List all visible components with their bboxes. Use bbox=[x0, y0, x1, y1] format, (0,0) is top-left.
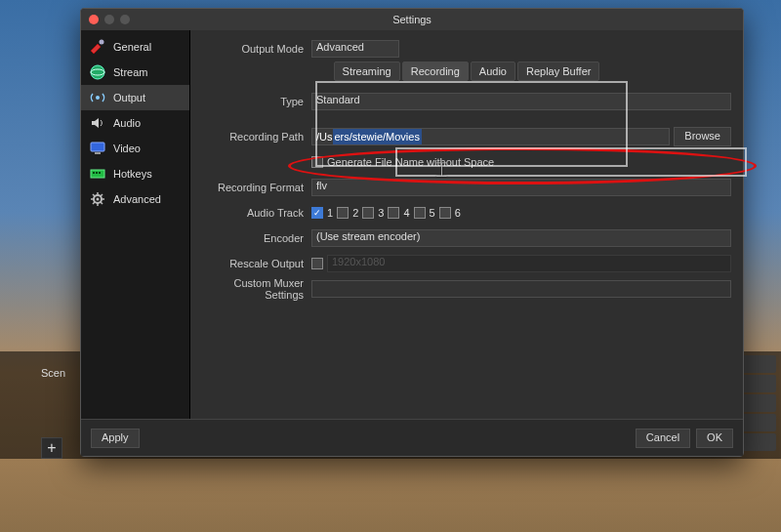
audio-track-2-checkbox[interactable] bbox=[337, 207, 349, 219]
audio-track-4-checkbox[interactable] bbox=[388, 207, 399, 219]
rescale-input: 1920x1080 bbox=[327, 255, 731, 272]
sidebar-item-label: General bbox=[113, 41, 151, 53]
settings-content: Output Mode Advanced Streaming Recording… bbox=[190, 30, 743, 419]
settings-footer: Apply Cancel OK bbox=[81, 419, 743, 456]
apply-button[interactable]: Apply bbox=[91, 429, 140, 448]
svg-rect-7 bbox=[93, 172, 95, 174]
tab-audio[interactable]: Audio bbox=[471, 61, 515, 81]
recording-path-label: Recording Path bbox=[202, 131, 311, 143]
audio-track-num: 6 bbox=[455, 207, 461, 219]
audio-track-num: 4 bbox=[403, 207, 409, 219]
tab-streaming[interactable]: Streaming bbox=[334, 61, 400, 81]
recording-format-select[interactable]: flv bbox=[311, 179, 731, 196]
gear-icon bbox=[89, 190, 106, 208]
muxer-label: Custom Muxer Settings bbox=[202, 277, 311, 301]
rescale-checkbox[interactable] bbox=[311, 258, 323, 269]
sidebar-item-advanced[interactable]: Advanced bbox=[81, 186, 189, 212]
recording-path-input[interactable]: /Us ers/stewie/Movies bbox=[311, 128, 670, 145]
sidebar-item-label: Stream bbox=[113, 66, 147, 78]
gen-filename-label: Generate File Name without Space bbox=[327, 156, 494, 168]
broadcast-icon bbox=[89, 89, 106, 106]
browse-button[interactable]: Browse bbox=[674, 127, 731, 146]
svg-point-0 bbox=[100, 40, 104, 45]
sidebar-item-label: Hotkeys bbox=[113, 168, 152, 180]
svg-rect-9 bbox=[99, 172, 101, 174]
settings-sidebar: General Stream Output Audio bbox=[81, 30, 190, 419]
svg-rect-5 bbox=[95, 152, 101, 154]
sidebar-item-output[interactable]: Output bbox=[81, 85, 189, 110]
audio-track-6-checkbox[interactable] bbox=[439, 207, 451, 219]
window-title: Settings bbox=[81, 14, 743, 25]
audio-track-num: 1 bbox=[327, 207, 333, 219]
svg-point-3 bbox=[96, 96, 100, 100]
audio-track-num: 3 bbox=[378, 207, 384, 219]
muxer-input[interactable] bbox=[311, 280, 731, 298]
encoder-label: Encoder bbox=[202, 232, 311, 244]
audio-track-num: 5 bbox=[430, 207, 435, 219]
globe-icon bbox=[89, 63, 106, 81]
sidebar-item-audio[interactable]: Audio bbox=[81, 110, 189, 136]
svg-point-11 bbox=[97, 198, 100, 201]
type-label: Type bbox=[202, 96, 311, 107]
sidebar-item-label: Audio bbox=[113, 117, 141, 129]
tab-replay-buffer[interactable]: Replay Buffer bbox=[517, 61, 599, 81]
rescale-label: Rescale Output bbox=[202, 258, 311, 269]
audio-track-5-checkbox[interactable] bbox=[414, 207, 426, 219]
output-mode-label: Output Mode bbox=[202, 43, 311, 55]
add-scene-button[interactable]: + bbox=[41, 437, 62, 459]
audio-track-3-checkbox[interactable] bbox=[362, 207, 374, 219]
svg-rect-4 bbox=[91, 143, 104, 151]
sidebar-item-label: Advanced bbox=[113, 193, 161, 205]
gen-filename-checkbox[interactable] bbox=[311, 156, 323, 168]
sidebar-item-video[interactable]: Video bbox=[81, 136, 189, 161]
audio-track-1-checkbox[interactable]: ✓ bbox=[311, 207, 323, 219]
encoder-select[interactable]: (Use stream encoder) bbox=[311, 229, 731, 247]
wrench-icon bbox=[89, 38, 106, 56]
recording-path-selection: ers/stewie/Movies bbox=[333, 129, 422, 144]
titlebar: Settings bbox=[81, 9, 743, 30]
speaker-icon bbox=[89, 114, 106, 132]
svg-point-1 bbox=[91, 65, 104, 79]
sidebar-item-general[interactable]: General bbox=[81, 34, 189, 60]
ok-button[interactable]: OK bbox=[696, 429, 733, 448]
output-mode-select[interactable]: Advanced bbox=[311, 40, 399, 58]
sidebar-item-label: Video bbox=[113, 143, 141, 154]
keyboard-icon bbox=[89, 165, 106, 183]
recording-format-label: Recording Format bbox=[202, 182, 311, 193]
monitor-icon bbox=[89, 140, 106, 157]
sidebar-item-hotkeys[interactable]: Hotkeys bbox=[81, 161, 189, 186]
sidebar-item-label: Output bbox=[113, 92, 145, 103]
scenes-label: Scen bbox=[41, 367, 65, 379]
svg-rect-8 bbox=[96, 172, 98, 174]
recording-path-prefix: /Us bbox=[312, 129, 333, 144]
cancel-button[interactable]: Cancel bbox=[636, 429, 690, 448]
sidebar-item-stream[interactable]: Stream bbox=[81, 60, 189, 85]
settings-window: Settings General Stream Output bbox=[80, 8, 744, 457]
audio-track-num: 2 bbox=[352, 207, 358, 219]
audio-track-label: Audio Track bbox=[202, 207, 311, 219]
tab-recording[interactable]: Recording bbox=[402, 61, 469, 81]
type-select[interactable]: Standard bbox=[311, 93, 731, 110]
